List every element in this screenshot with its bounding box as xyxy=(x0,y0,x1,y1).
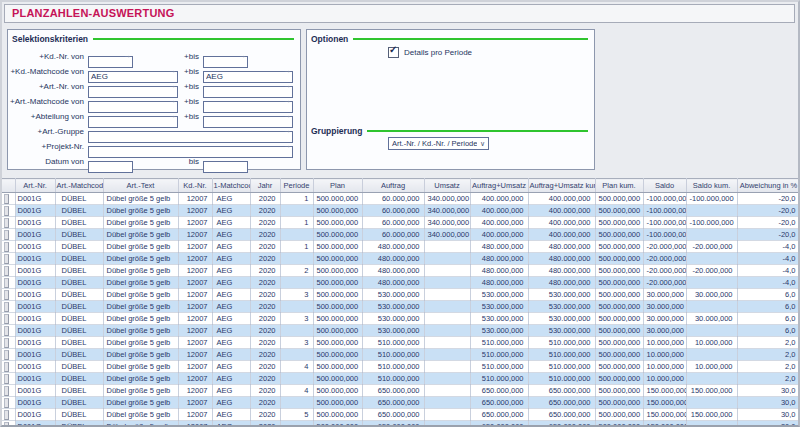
cell-abweichung-in[interactable]: 30,0 xyxy=(737,385,800,397)
cell-jahr[interactable]: 2020 xyxy=(250,361,280,373)
cell-abweichung-in[interactable]: -20,0 xyxy=(737,193,800,205)
cell-saldo-kum[interactable]: 30.000,000 xyxy=(686,289,737,301)
cell-jahr[interactable]: 2020 xyxy=(250,193,280,205)
column-header-saldo[interactable]: Saldo xyxy=(643,179,686,193)
cell-art-matchcode[interactable]: DÜBEL xyxy=(55,409,103,421)
cell-art-matchcode[interactable]: DÜBEL xyxy=(55,241,103,253)
gruppierung-select[interactable]: Art.-Nr. / Kd.-Nr. / Periode ∨ xyxy=(388,137,489,150)
cell-auftrag-umsatz-kum[interactable]: 650.000,000 xyxy=(528,421,595,427)
cell-1-matchcoc[interactable]: AEG xyxy=(212,361,250,373)
cell-art-nr[interactable]: D001G xyxy=(15,253,55,265)
cell-kd-nr[interactable]: 12007 xyxy=(178,229,212,241)
cell-1-matchcoc[interactable]: AEG xyxy=(212,241,250,253)
cell-plan-kum[interactable]: 500.000,000 xyxy=(595,277,643,289)
cell-abweichung-in[interactable]: 30,0 xyxy=(737,397,800,409)
cell-umsatz[interactable] xyxy=(424,241,470,253)
cell-jahr[interactable]: 2020 xyxy=(250,421,280,427)
cell-1-matchcoc[interactable]: AEG xyxy=(212,397,250,409)
cell-jahr[interactable]: 2020 xyxy=(250,409,280,421)
lookup-arrow-icon[interactable]: → xyxy=(283,96,291,106)
cell-auftrag-umsatz-kum[interactable]: 650.000,000 xyxy=(528,385,595,397)
cell-kd-nr[interactable]: 12007 xyxy=(178,361,212,373)
cell-umsatz[interactable] xyxy=(424,289,470,301)
cell-abweichung-in[interactable]: -4,0 xyxy=(737,265,800,277)
cell-jahr[interactable]: 2020 xyxy=(250,325,280,337)
row-selector[interactable] xyxy=(0,265,15,277)
cell-abweichung-in[interactable]: -4,0 xyxy=(737,241,800,253)
cell-art-matchcode[interactable]: DÜBEL xyxy=(55,205,103,217)
cell-jahr[interactable]: 2020 xyxy=(250,289,280,301)
cell-auftrag-umsatz[interactable]: 530.000,000 xyxy=(470,325,528,337)
cell-1-matchcoc[interactable]: AEG xyxy=(212,289,250,301)
cell-auftrag[interactable]: 530.000,000 xyxy=(362,289,424,301)
cell-art-matchcode[interactable]: DÜBEL xyxy=(55,373,103,385)
cell-jahr[interactable]: 2020 xyxy=(250,313,280,325)
cell-art-text[interactable]: Dübel größe 5 gelb xyxy=(103,301,178,313)
cell-plan-kum[interactable]: 500.000,000 xyxy=(595,253,643,265)
cell-umsatz[interactable] xyxy=(424,265,470,277)
cell-art-nr[interactable]: D001G xyxy=(15,337,55,349)
cell-kd-nr[interactable]: 12007 xyxy=(178,421,212,427)
cell-auftrag-umsatz[interactable]: 510.000,000 xyxy=(470,337,528,349)
cell-art-matchcode[interactable]: DÜBEL xyxy=(55,253,103,265)
cell-auftrag-umsatz[interactable]: 530.000,000 xyxy=(470,313,528,325)
cell-saldo-kum[interactable] xyxy=(686,277,737,289)
cell-auftrag-umsatz-kum[interactable]: 480.000,000 xyxy=(528,265,595,277)
cell-auftrag[interactable]: 480.000,000 xyxy=(362,265,424,277)
cell-1-matchcoc[interactable]: AEG xyxy=(212,301,250,313)
cell-kd-nr[interactable]: 12007 xyxy=(178,325,212,337)
cell-saldo-kum[interactable] xyxy=(686,229,737,241)
cell-auftrag-umsatz[interactable]: 510.000,000 xyxy=(470,373,528,385)
cell-auftrag[interactable]: 650.000,000 xyxy=(362,409,424,421)
cell-art-text[interactable]: Dübel größe 5 gelb xyxy=(103,241,178,253)
cell-art-text[interactable]: Dübel größe 5 gelb xyxy=(103,325,178,337)
cell-plan-kum[interactable]: 500.000,000 xyxy=(595,337,643,349)
cell-art-nr[interactable]: D001G xyxy=(15,217,55,229)
cell-art-text[interactable]: Dübel größe 5 gelb xyxy=(103,229,178,241)
cell-auftrag-umsatz[interactable]: 400.000,000 xyxy=(470,193,528,205)
cell-plan-kum[interactable]: 500.000,000 xyxy=(595,205,643,217)
cell-kd-nr[interactable]: 12007 xyxy=(178,409,212,421)
cell-abweichung-in[interactable]: 2,0 xyxy=(737,349,800,361)
cell-saldo[interactable]: -20.000,000 xyxy=(643,277,686,289)
cell-auftrag[interactable]: 650.000,000 xyxy=(362,385,424,397)
cell-auftrag-umsatz[interactable]: 480.000,000 xyxy=(470,277,528,289)
cell-plan[interactable]: 500.000,000 xyxy=(313,361,362,373)
cell-plan[interactable]: 500.000,000 xyxy=(313,217,362,229)
details-pro-periode-checkbox[interactable]: ✓ xyxy=(388,47,399,58)
cell-plan[interactable]: 500.000,000 xyxy=(313,337,362,349)
cell-art-matchcode[interactable]: DÜBEL xyxy=(55,349,103,361)
cell-kd-nr[interactable]: 12007 xyxy=(178,385,212,397)
lookup-arrow-icon[interactable]: → xyxy=(123,51,131,61)
cell-plan[interactable]: 500.000,000 xyxy=(313,289,362,301)
cell-auftrag[interactable]: 60.000,000 xyxy=(362,205,424,217)
cell-periode[interactable]: 3 xyxy=(280,337,313,349)
cell-plan[interactable]: 500.000,000 xyxy=(313,421,362,427)
cell-periode[interactable]: 4 xyxy=(280,361,313,373)
cell-art-matchcode[interactable]: DÜBEL xyxy=(55,289,103,301)
cell-auftrag-umsatz-kum[interactable]: 650.000,000 xyxy=(528,397,595,409)
row-selector[interactable] xyxy=(0,277,15,289)
cell-plan-kum[interactable]: 500.000,000 xyxy=(595,217,643,229)
column-header-plan-kum[interactable]: Plan kum. xyxy=(595,179,643,193)
cell-kd-nr[interactable]: 12007 xyxy=(178,301,212,313)
cell-saldo[interactable]: 30.000,000 xyxy=(643,301,686,313)
cell-1-matchcoc[interactable]: AEG xyxy=(212,277,250,289)
cell-plan-kum[interactable]: 500.000,000 xyxy=(595,313,643,325)
cell-jahr[interactable]: 2020 xyxy=(250,277,280,289)
cell-plan-kum[interactable]: 500.000,000 xyxy=(595,229,643,241)
row-selector[interactable] xyxy=(0,217,15,229)
cell-saldo-kum[interactable]: -20.000,000 xyxy=(686,241,737,253)
cell-periode[interactable]: 1 xyxy=(280,193,313,205)
column-header-1-matchcoc[interactable]: 1-Matchcoc xyxy=(212,179,250,193)
cell-periode[interactable] xyxy=(280,421,313,427)
cell-auftrag-umsatz-kum[interactable]: 530.000,000 xyxy=(528,301,595,313)
cell-art-matchcode[interactable]: DÜBEL xyxy=(55,361,103,373)
cell-periode[interactable] xyxy=(280,301,313,313)
column-header-umsatz[interactable]: Umsatz xyxy=(424,179,470,193)
cell-saldo[interactable]: 150.000,000 xyxy=(643,385,686,397)
row-selector[interactable] xyxy=(0,373,15,385)
cell-periode[interactable] xyxy=(280,349,313,361)
cell-plan[interactable]: 500.000,000 xyxy=(313,277,362,289)
cell-umsatz[interactable] xyxy=(424,277,470,289)
